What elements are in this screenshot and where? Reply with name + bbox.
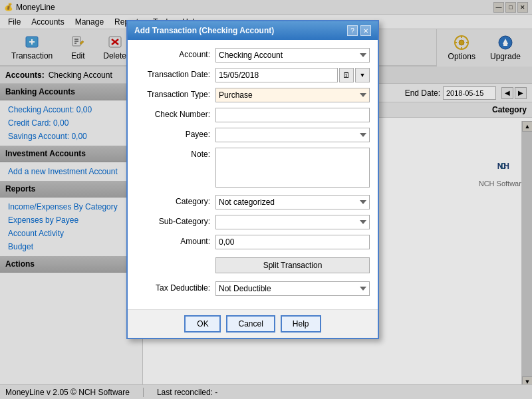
cancel-button[interactable]: Cancel xyxy=(226,315,275,332)
transaction-date-row: Transaction Date: 🗓 ▼ xyxy=(136,68,370,82)
add-transaction-dialog: Add Transaction (Checking Account) ? ✕ A… xyxy=(126,20,379,339)
payee-label: Payee: xyxy=(136,128,215,139)
transaction-date-control: 🗓 ▼ xyxy=(215,68,370,82)
transaction-date-input[interactable] xyxy=(215,68,338,82)
split-row: Split Transaction xyxy=(136,255,370,276)
account-control: Checking Account xyxy=(215,48,370,63)
transaction-date-label: Transaction Date: xyxy=(136,68,215,79)
account-select[interactable]: Checking Account xyxy=(215,48,370,63)
subcategory-label: Sub-Category: xyxy=(136,215,215,226)
check-number-row: Check Number: xyxy=(136,108,370,122)
transaction-type-select[interactable]: Purchase Deposit Transfer Withdrawal xyxy=(215,88,370,102)
split-transaction-button[interactable]: Split Transaction xyxy=(215,257,370,273)
date-down-button[interactable]: ▼ xyxy=(355,68,370,82)
dialog-title-controls: ? ✕ xyxy=(347,25,371,36)
payee-control xyxy=(215,128,370,142)
split-label-spacer xyxy=(136,255,215,257)
subcategory-select[interactable] xyxy=(215,215,370,229)
dialog-title-text: Add Transaction (Checking Account) xyxy=(134,26,274,35)
transaction-type-row: Transaction Type: Purchase Deposit Trans… xyxy=(136,88,370,102)
payee-select[interactable] xyxy=(215,128,370,142)
check-number-control xyxy=(215,108,370,122)
note-input[interactable] xyxy=(215,148,370,188)
ok-button[interactable]: OK xyxy=(184,315,221,332)
amount-input[interactable] xyxy=(215,235,370,249)
dialog-help-btn[interactable]: ? xyxy=(347,25,358,36)
subcategory-row: Sub-Category: xyxy=(136,215,370,229)
payee-row: Payee: xyxy=(136,128,370,142)
tax-deductible-control: Not Deductible Deductible xyxy=(215,281,370,296)
dialog-footer: OK Cancel Help xyxy=(128,309,378,338)
dialog-overlay: Add Transaction (Checking Account) ? ✕ A… xyxy=(0,0,532,399)
check-number-label: Check Number: xyxy=(136,108,215,119)
dialog-body: Account: Checking Account Transaction Da… xyxy=(128,40,378,309)
check-number-input[interactable] xyxy=(215,108,370,122)
amount-row: Amount: xyxy=(136,235,370,249)
amount-control xyxy=(215,235,370,249)
dialog-footer-inner: OK Cancel Help xyxy=(184,315,321,332)
calendar-button[interactable]: 🗓 xyxy=(339,68,354,82)
tax-deductible-select[interactable]: Not Deductible Deductible xyxy=(215,281,370,296)
split-control: Split Transaction xyxy=(215,255,370,276)
account-row: Account: Checking Account xyxy=(136,48,370,63)
note-row: Note: xyxy=(136,148,370,190)
dialog-close-btn[interactable]: ✕ xyxy=(360,25,371,36)
subcategory-control xyxy=(215,215,370,229)
amount-label: Amount: xyxy=(136,235,215,246)
dialog-title-bar: Add Transaction (Checking Account) ? ✕ xyxy=(128,21,378,40)
note-label: Note: xyxy=(136,148,215,159)
category-control: Not categorized Food Transport xyxy=(215,195,370,209)
help-button[interactable]: Help xyxy=(281,315,321,332)
category-select[interactable]: Not categorized Food Transport xyxy=(215,195,370,209)
transaction-type-label: Transaction Type: xyxy=(136,88,215,99)
note-control xyxy=(215,148,370,190)
category-label: Category: xyxy=(136,195,215,206)
tax-deductible-row: Tax Deductible: Not Deductible Deductibl… xyxy=(136,281,370,296)
account-label: Account: xyxy=(136,48,215,59)
category-row: Category: Not categorized Food Transport xyxy=(136,195,370,209)
tax-deductible-label: Tax Deductible: xyxy=(136,281,215,293)
transaction-type-control: Purchase Deposit Transfer Withdrawal xyxy=(215,88,370,102)
